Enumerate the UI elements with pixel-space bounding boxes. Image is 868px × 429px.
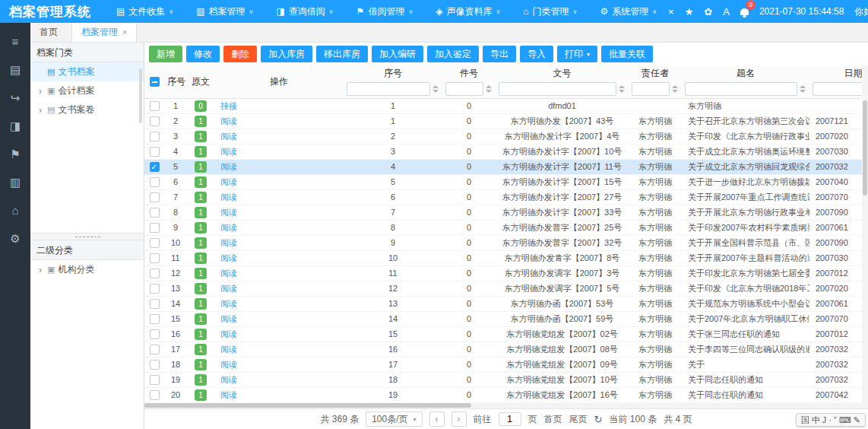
table-row[interactable]: 4 1 阅读 3 0 东方明德办发计字【2007】10号 东方明德 关于成立北京… xyxy=(144,144,868,159)
book-icon[interactable]: ◨ xyxy=(0,112,30,140)
sort-desc-icon[interactable] xyxy=(800,90,806,93)
menu-archive-manage[interactable]: ▧ 档案管理 ∨ xyxy=(185,0,265,23)
first-page-link[interactable]: 首页 xyxy=(544,413,562,426)
sort-asc-icon[interactable] xyxy=(486,85,492,88)
next-page-button[interactable]: › xyxy=(451,412,467,427)
row-action-link[interactable]: 阅读 xyxy=(220,177,237,186)
filter-jianhao-input[interactable] xyxy=(445,82,483,96)
row-action-link[interactable]: 阅读 xyxy=(220,253,237,262)
row-action-link[interactable]: 阅读 xyxy=(220,390,237,399)
row-checkbox[interactable] xyxy=(150,269,160,278)
row-checkbox[interactable] xyxy=(150,116,160,126)
add-to-compilation-button[interactable]: 加入编研 xyxy=(372,46,423,62)
tree-item-kuaiji-dangan[interactable]: › ▣ 会计档案 xyxy=(30,81,144,100)
import-button[interactable]: 导入 xyxy=(520,46,553,62)
add-button[interactable]: 新增 xyxy=(149,46,182,62)
table-row[interactable]: 13 1 阅读 12 0 东方明德办发调字【2007】5号 东方明德 关于印发《… xyxy=(144,281,868,296)
sort-asc-icon[interactable] xyxy=(800,85,806,88)
print-button[interactable]: 打印 ▾ xyxy=(557,46,597,62)
sort-asc-icon[interactable] xyxy=(619,85,625,88)
refresh-icon[interactable]: ↻ xyxy=(594,414,603,425)
sort-asc-icon[interactable] xyxy=(432,85,439,88)
page-size-select[interactable]: 100条/页 ▾ xyxy=(366,412,422,427)
row-checkbox[interactable] xyxy=(150,345,160,354)
row-checkbox[interactable] xyxy=(150,132,160,141)
add-to-appraisal-button[interactable]: 加入鉴定 xyxy=(427,46,479,62)
delete-button[interactable]: 删除 xyxy=(223,46,257,62)
theme-icon[interactable]: ✿ xyxy=(704,7,712,17)
row-action-link[interactable]: 阅读 xyxy=(220,329,237,338)
page-number-input[interactable] xyxy=(499,412,521,426)
sort-desc-icon[interactable] xyxy=(432,90,439,93)
row-checkbox[interactable] xyxy=(150,223,160,233)
chevron-right-icon[interactable]: › xyxy=(36,265,44,275)
row-checkbox[interactable] xyxy=(150,101,160,111)
row-action-link[interactable]: 阅读 xyxy=(220,208,237,217)
export-button[interactable]: 导出 xyxy=(483,46,516,62)
last-page-link[interactable]: 尾页 xyxy=(569,413,588,426)
menu-media-library[interactable]: ◈ 声像资料库 ∨ xyxy=(424,0,512,23)
table-row[interactable]: 2 1 阅读 1 0 东方明德办发【2007】43号 东方明德 关于召开北京东方… xyxy=(144,113,868,129)
filter-timing-input[interactable] xyxy=(685,82,797,96)
batch-link-button[interactable]: 批量关联 xyxy=(601,46,653,62)
row-action-link[interactable]: 阅读 xyxy=(220,223,237,232)
table-row[interactable]: 6 1 阅读 5 0 东方明德办发计字【2007】15号 东方明德 关于进一步做… xyxy=(144,174,868,189)
ime-toolbar[interactable]: 国 中 J · ” ⌨ ✎ xyxy=(796,413,866,427)
row-checkbox[interactable] xyxy=(150,147,160,157)
row-action-link[interactable]: 阅读 xyxy=(220,147,237,156)
table-row[interactable]: 14 1 阅读 13 0 东方明德办函【2007】53号 东方明德 关于规范东方… xyxy=(144,296,868,311)
filter-wenhao-input[interactable] xyxy=(499,82,616,96)
table-row[interactable]: 8 1 阅读 7 0 东方明德办发计字【2007】33号 东方明德 关于开展北京… xyxy=(144,205,868,220)
row-action-link[interactable]: 挂接 xyxy=(220,101,237,110)
horizontal-scrollbar-thumb[interactable] xyxy=(144,403,471,408)
row-action-link[interactable]: 阅读 xyxy=(220,192,237,202)
table-row[interactable]: 7 1 阅读 6 0 东方明德办发计字【2007】27号 东方明德 关于开展20… xyxy=(144,189,868,205)
close-icon[interactable]: × xyxy=(122,27,127,37)
table-row[interactable]: 16 1 阅读 15 0 东方明德党组发【2007】02号 东方明德 关于张三同… xyxy=(144,326,868,342)
share-icon[interactable]: ↪ xyxy=(0,84,30,112)
tree-item-wenshu-anjuan[interactable]: › ▤ 文书案卷 xyxy=(30,100,144,119)
edit-button[interactable]: 修改 xyxy=(186,46,220,62)
sort-desc-icon[interactable] xyxy=(619,90,625,93)
font-size-icon[interactable]: A xyxy=(723,7,730,17)
row-checkbox[interactable] xyxy=(150,360,160,370)
media-icon[interactable]: ▥ xyxy=(0,168,30,196)
menu-query-borrow[interactable]: ◨ 查询借阅 ∨ xyxy=(265,0,344,23)
chevron-right-icon[interactable]: › xyxy=(36,86,44,97)
star-icon[interactable]: ★ xyxy=(685,7,694,17)
user-greeting[interactable]: 你好 杨柳 xyxy=(854,5,868,18)
vertical-scrollbar-thumb[interactable] xyxy=(863,100,867,195)
row-checkbox[interactable] xyxy=(150,162,160,172)
table-row[interactable]: 20 1 阅读 19 0 东方明德党组发【2007】16号 东方明德 关于同志任… xyxy=(144,387,868,402)
select-all-checkbox[interactable] xyxy=(150,77,160,87)
tab-home[interactable]: 首页 xyxy=(30,23,72,42)
add-to-storeroom-button[interactable]: 加入库房 xyxy=(261,46,312,62)
sort-desc-icon[interactable] xyxy=(672,90,678,93)
table-row[interactable]: 12 1 阅读 11 0 东方明德办发调字【2007】3号 东方明德 关于印发北… xyxy=(144,265,868,281)
row-action-link[interactable]: 阅读 xyxy=(220,375,237,384)
tree-scrollbar-thumb[interactable] xyxy=(139,68,142,123)
row-checkbox[interactable] xyxy=(150,314,160,324)
vertical-scrollbar[interactable] xyxy=(862,65,868,402)
bell-icon[interactable]: 0 xyxy=(740,7,749,17)
file-icon[interactable]: ▤ xyxy=(0,56,30,84)
row-action-link[interactable]: 阅读 xyxy=(220,314,237,323)
table-row[interactable]: 19 1 阅读 18 0 东方明德党组发【2007】10号 东方明德 关于同志任… xyxy=(144,372,868,387)
menu-system-manage[interactable]: ⚙ 系统管理 ∨ xyxy=(588,0,668,23)
tab-archive-manage[interactable]: 档案管理× xyxy=(72,23,137,42)
menu-toggle-icon[interactable]: ≡ xyxy=(0,27,30,56)
row-checkbox[interactable] xyxy=(150,284,160,294)
chevron-right-icon[interactable]: › xyxy=(36,105,44,116)
menu-category-manage[interactable]: ⌂ 门类管理 ∨ xyxy=(512,0,588,23)
table-row[interactable]: 15 1 阅读 14 0 东方明德办函【2007】59号 东方明德 关于2007… xyxy=(144,311,868,326)
row-action-link[interactable]: 阅读 xyxy=(220,299,237,308)
row-checkbox[interactable] xyxy=(150,208,160,218)
filter-xuhao-input[interactable] xyxy=(347,82,430,96)
row-action-link[interactable]: 阅读 xyxy=(220,238,237,247)
clear-cache-icon[interactable]: × xyxy=(668,7,674,17)
row-checkbox[interactable] xyxy=(150,329,160,339)
table-row[interactable]: 9 1 阅读 8 0 东方明德办发普字【2007】25号 东方明德 关于印发20… xyxy=(144,220,868,235)
row-checkbox[interactable] xyxy=(150,192,160,202)
table-row[interactable]: 5 1 阅读 4 0 东方明德办发计字【2007】11号 东方明德 关于成立北京… xyxy=(144,159,868,174)
menu-file-collect[interactable]: ▤ 文件收集 ∨ xyxy=(105,0,185,23)
